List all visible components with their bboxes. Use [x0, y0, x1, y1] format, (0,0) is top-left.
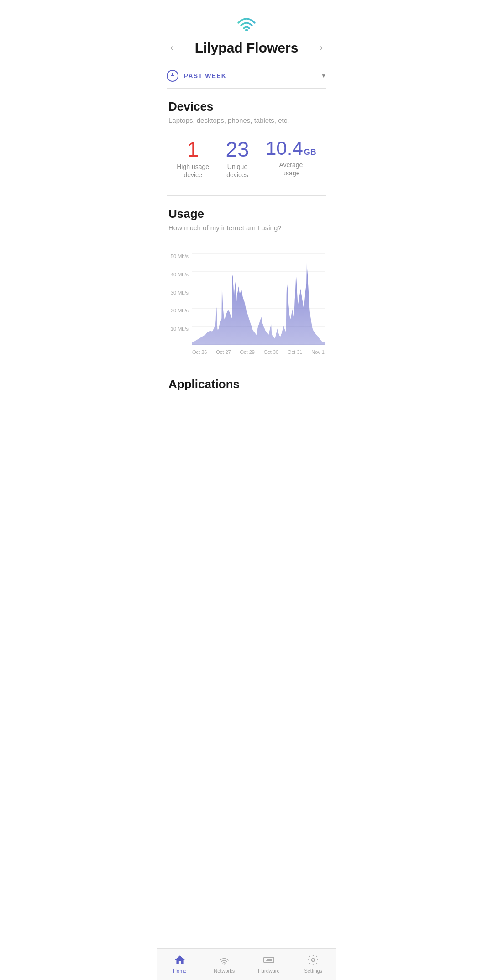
chart-y-axis: 50 Mb/s 40 Mb/s 30 Mb/s 20 Mb/s 10 Mb/s — [168, 253, 192, 355]
stat-average-usage[interactable]: 10.4GB Averageusage — [266, 139, 316, 177]
stat-average-usage-value: 10.4GB — [266, 139, 316, 158]
time-selector[interactable]: PAST WEEK ▼ — [157, 63, 336, 88]
applications-title: Applications — [168, 377, 325, 391]
stat-unique-devices[interactable]: 23 Uniquedevices — [226, 139, 249, 179]
stat-high-usage[interactable]: 1 High usagedevice — [177, 139, 209, 179]
usage-title: Usage — [168, 207, 325, 221]
x-label-nov1: Nov 1 — [311, 349, 325, 355]
wifi-top-icon — [235, 13, 258, 31]
x-label-oct27: Oct 27 — [216, 349, 231, 355]
network-title-row: ‹ Lilypad Flowers › — [157, 37, 336, 63]
y-label-10: 10 Mb/s — [168, 326, 192, 332]
time-dropdown-arrow: ▼ — [321, 73, 326, 79]
usage-section: Usage How much of my internet am I using… — [157, 196, 336, 250]
chart-x-axis: Oct 26 Oct 27 Oct 29 Oct 30 Oct 31 Nov 1 — [192, 347, 325, 355]
chart-plot-area: Oct 26 Oct 27 Oct 29 Oct 30 Oct 31 Nov 1 — [192, 253, 325, 355]
y-label-40: 40 Mb/s — [168, 272, 192, 277]
svg-point-0 — [245, 29, 248, 31]
stat-average-usage-label: Averageusage — [279, 161, 303, 177]
stat-high-usage-label: High usagedevice — [177, 163, 209, 179]
network-name: Lilypad Flowers — [177, 40, 315, 56]
clock-icon — [167, 70, 178, 82]
wifi-header — [157, 0, 336, 37]
x-label-oct31: Oct 31 — [288, 349, 302, 355]
time-period-label: PAST WEEK — [184, 72, 315, 79]
y-label-50: 50 Mb/s — [168, 253, 192, 259]
stat-unique-devices-value: 23 — [226, 139, 249, 160]
x-label-oct30: Oct 30 — [264, 349, 278, 355]
next-network-button[interactable]: › — [316, 40, 326, 56]
x-label-oct26: Oct 26 — [192, 349, 207, 355]
prev-network-button[interactable]: ‹ — [167, 40, 177, 56]
usage-chart-svg — [192, 253, 325, 345]
stat-high-usage-value: 1 — [187, 139, 199, 160]
usage-subtitle: How much of my internet am I using? — [168, 224, 325, 232]
y-label-20: 20 Mb/s — [168, 308, 192, 313]
x-label-oct29: Oct 29 — [240, 349, 255, 355]
devices-section: Devices Laptops, desktops, phones, table… — [157, 89, 336, 195]
stat-unique-devices-label: Uniquedevices — [226, 163, 248, 179]
y-label-30: 30 Mb/s — [168, 290, 192, 295]
usage-chart-container: 50 Mb/s 40 Mb/s 30 Mb/s 20 Mb/s 10 Mb/s — [157, 250, 336, 358]
devices-title: Devices — [168, 100, 325, 114]
devices-subtitle: Laptops, desktops, phones, tablets, etc. — [168, 116, 325, 124]
devices-stats-row: 1 High usagedevice 23 Uniquedevices 10.4… — [168, 135, 325, 188]
applications-section: Applications — [157, 366, 336, 440]
